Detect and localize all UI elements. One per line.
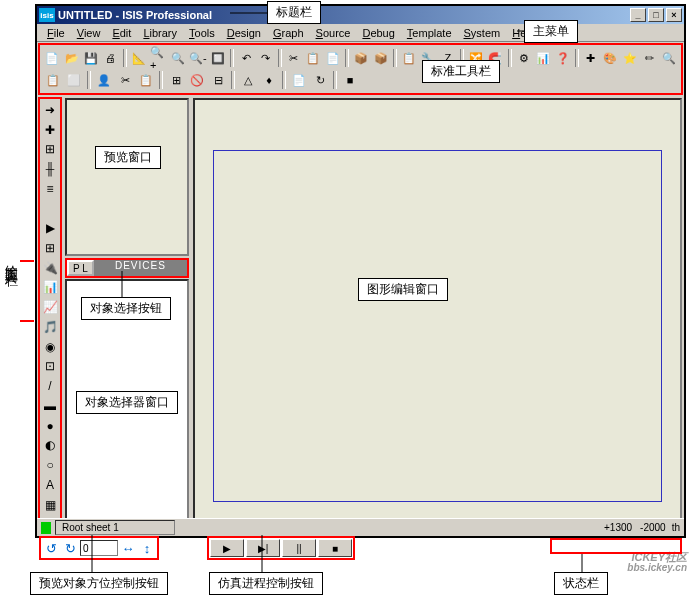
status-coord-y: -2000 [640,522,666,533]
draw-btn-18[interactable]: ○ [41,456,59,474]
flip-v-button[interactable]: ↕ [138,539,156,557]
tb1-btn-9[interactable]: 🔲 [209,48,227,68]
draw-btn-10[interactable]: 📈 [41,298,59,316]
maximize-button[interactable]: □ [648,8,664,22]
pick-pl-button[interactable]: P L [67,260,94,276]
tb1-btn-29[interactable]: 📊 [534,48,552,68]
draw-btn-17[interactable]: ◐ [41,436,59,454]
draw-btn-19[interactable]: A [41,476,59,494]
tb2-btn-17[interactable]: ■ [340,70,360,90]
tb1-btn-35[interactable]: ✏ [640,48,658,68]
draw-btn-14[interactable]: / [41,377,59,395]
draw-btn-7[interactable]: ⊞ [41,239,59,257]
draw-btn-4[interactable]: ≡ [41,180,59,198]
draw-btn-6[interactable]: ▶ [41,219,59,237]
tb1-btn-21[interactable]: 📋 [400,48,418,68]
draw-btn-5[interactable] [41,200,59,218]
tb2-btn-0[interactable]: 📋 [43,70,63,90]
rotate-right-button[interactable]: ↻ [61,539,79,557]
toolbar-row-1: 📄📂💾🖨📐🔍+🔍🔍-🔲↶↷✂📋📄📦📦📋🔧Z🔀🧲⚙📊❓✚🎨⭐✏🔍 [42,47,679,69]
draw-btn-16[interactable]: ● [41,417,59,435]
draw-btn-12[interactable]: ◉ [41,338,59,356]
menu-system[interactable]: System [458,26,507,40]
simulation-controls: ▶ ▶| || ■ [207,536,355,560]
tb1-btn-2[interactable]: 💾 [82,48,100,68]
tb2-btn-5[interactable]: 📋 [136,70,156,90]
draw-btn-11[interactable]: 🎵 [41,318,59,336]
schematic-edit-area[interactable] [193,98,682,534]
close-button[interactable]: × [666,8,682,22]
draw-btn-15[interactable]: ▬ [41,397,59,415]
tb1-btn-15[interactable]: 📋 [304,48,322,68]
rotation-input[interactable] [80,540,118,556]
tb2-btn-1[interactable]: ⬜ [64,70,84,90]
tb1-btn-30[interactable]: ❓ [553,48,571,68]
draw-toolbar-label: 绘图工具栏 [2,255,20,265]
tb1-btn-34[interactable]: ⭐ [621,48,639,68]
tb1-btn-6[interactable]: 🔍+ [149,48,167,68]
callout-editwin: 图形编辑窗口 [358,278,448,301]
tb1-btn-1[interactable]: 📂 [62,48,80,68]
tb1-btn-19[interactable]: 📦 [371,48,389,68]
callout-mainmenu: 主菜单 [524,20,578,43]
tb1-btn-18[interactable]: 📦 [352,48,370,68]
callout-sim: 仿真进程控制按钮 [209,572,323,595]
tb1-btn-14[interactable]: ✂ [285,48,303,68]
tb2-btn-11[interactable]: △ [238,70,258,90]
tb1-btn-16[interactable]: 📄 [324,48,342,68]
tb1-btn-36[interactable]: 🔍 [660,48,678,68]
drawing-toolbar: ➜✚⊞╫≡▶⊞🔌📊📈🎵◉⊡/▬●◐○A▦✚ [38,97,62,535]
tb2-btn-4[interactable]: ✂ [115,70,135,90]
draw-btn-3[interactable]: ╫ [41,160,59,178]
sim-stop-button[interactable]: ■ [318,539,352,557]
menu-graph[interactable]: Graph [267,26,310,40]
draw-btn-2[interactable]: ⊞ [41,140,59,158]
tb1-btn-3[interactable]: 🖨 [101,48,119,68]
menu-edit[interactable]: Edit [106,26,137,40]
draw-btn-8[interactable]: 🔌 [41,259,59,277]
menu-view[interactable]: View [71,26,107,40]
draw-btn-20[interactable]: ▦ [41,496,59,514]
draw-btn-9[interactable]: 📊 [41,279,59,297]
tb2-btn-3[interactable]: 👤 [94,70,114,90]
tb1-btn-33[interactable]: 🎨 [601,48,619,68]
tb1-btn-5[interactable]: 📐 [130,48,148,68]
menu-source[interactable]: Source [310,26,357,40]
menu-template[interactable]: Template [401,26,458,40]
menu-library[interactable]: Library [137,26,183,40]
menu-tools[interactable]: Tools [183,26,221,40]
tb2-btn-7[interactable]: ⊞ [166,70,186,90]
menu-file[interactable]: File [41,26,71,40]
flip-h-button[interactable]: ↔ [119,539,137,557]
status-highlight [550,538,682,554]
status-coord-x: +1300 [604,522,632,533]
sim-pause-button[interactable]: || [282,539,316,557]
tb1-btn-32[interactable]: ✚ [582,48,600,68]
rotate-left-button[interactable]: ↺ [42,539,60,557]
standard-toolbar-area: 📄📂💾🖨📐🔍+🔍🔍-🔲↶↷✂📋📄📦📦📋🔧Z🔀🧲⚙📊❓✚🎨⭐✏🔍 📋⬜👤✂📋⊞🚫⊟… [38,43,683,95]
tb2-btn-12[interactable]: ♦ [259,70,279,90]
tb1-btn-7[interactable]: 🔍 [169,48,187,68]
menu-debug[interactable]: Debug [356,26,400,40]
tb2-btn-14[interactable]: 📄 [289,70,309,90]
sim-play-button[interactable]: ▶ [210,539,244,557]
draw-btn-13[interactable]: ⊡ [41,358,59,376]
minimize-button[interactable]: _ [630,8,646,22]
tb1-btn-8[interactable]: 🔍- [188,48,208,68]
title-bar: isis UNTITLED - ISIS Professional _ □ × [37,6,684,24]
menu-design[interactable]: Design [221,26,267,40]
draw-btn-1[interactable]: ✚ [41,121,59,139]
tb2-btn-8[interactable]: 🚫 [187,70,207,90]
app-icon: isis [39,8,55,22]
status-led-icon [41,522,51,534]
status-unit: th [672,522,680,533]
callout-stdtoolbar: 标准工具栏 [422,60,500,83]
tb1-btn-28[interactable]: ⚙ [515,48,533,68]
tb1-btn-11[interactable]: ↶ [237,48,255,68]
draw-btn-0[interactable]: ➜ [41,101,59,119]
tb1-btn-0[interactable]: 📄 [43,48,61,68]
orientation-controls: ↺ ↻ ↔ ↕ [39,536,159,560]
tb2-btn-15[interactable]: ↻ [310,70,330,90]
tb2-btn-9[interactable]: ⊟ [208,70,228,90]
tb1-btn-12[interactable]: ↷ [256,48,274,68]
